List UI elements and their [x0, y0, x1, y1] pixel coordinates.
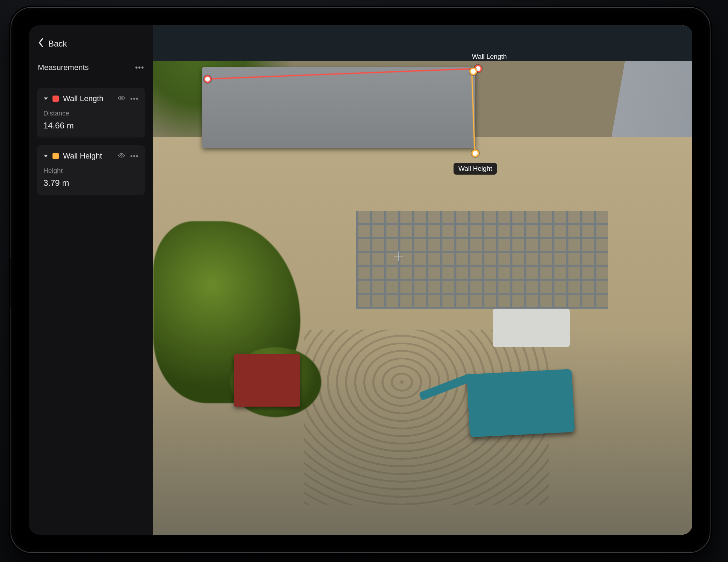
scene-truck: [493, 309, 570, 347]
app-screen: Back Measurements ••• Wall Length: [29, 25, 692, 535]
svg-point-3: [121, 155, 122, 156]
scene-excavator: [467, 369, 575, 437]
back-label: Back: [48, 39, 67, 49]
measurements-title: Measurements: [38, 63, 89, 72]
scene-concrete-wall: [202, 67, 475, 148]
sidebar: Back Measurements ••• Wall Length: [29, 25, 153, 535]
visibility-toggle-icon[interactable]: [118, 152, 125, 161]
svg-point-1: [121, 97, 122, 99]
svg-marker-0: [44, 98, 48, 100]
chevron-down-icon[interactable]: [43, 154, 48, 159]
visibility-toggle-icon[interactable]: [118, 94, 125, 103]
measurement-name: Wall Height: [63, 152, 113, 161]
scene-backdrop: [153, 25, 692, 535]
tablet-frame: Back Measurements ••• Wall Length: [10, 7, 710, 553]
measurements-more-icon[interactable]: •••: [135, 63, 144, 72]
chevron-down-icon[interactable]: [43, 96, 48, 101]
wall-height-overlay-label: Wall Height: [454, 163, 497, 175]
measurement-more-icon[interactable]: •••: [130, 152, 139, 160]
color-swatch: [52, 153, 59, 159]
measurement-name: Wall Length: [63, 94, 113, 103]
measurements-section-header: Measurements •••: [37, 56, 145, 80]
crosshair-icon: [394, 252, 403, 261]
back-button[interactable]: Back: [37, 35, 68, 56]
wall-length-overlay-label: Wall Length: [472, 53, 507, 61]
chevron-left-icon: [38, 38, 44, 50]
metric-label: Height: [43, 167, 139, 175]
measurement-card-wall-height[interactable]: Wall Height ••• Height 3.79 m: [37, 145, 145, 195]
metric-value: 3.79 m: [43, 178, 139, 188]
metric-label: Distance: [43, 110, 139, 117]
measurement-more-icon[interactable]: •••: [130, 95, 139, 103]
svg-marker-2: [44, 155, 48, 157]
measurement-card-wall-length[interactable]: Wall Length ••• Distance 14.66 m: [37, 88, 145, 138]
wall-length-endpoint-a[interactable]: [204, 75, 211, 83]
wall-height-endpoint-b[interactable]: [471, 149, 479, 157]
viewport-3d[interactable]: Wall Length Wall Height: [153, 25, 692, 535]
wall-height-endpoint-a[interactable]: [469, 68, 477, 75]
scene-container: [234, 354, 300, 407]
color-swatch: [52, 96, 59, 102]
metric-value: 14.66 m: [43, 121, 139, 131]
